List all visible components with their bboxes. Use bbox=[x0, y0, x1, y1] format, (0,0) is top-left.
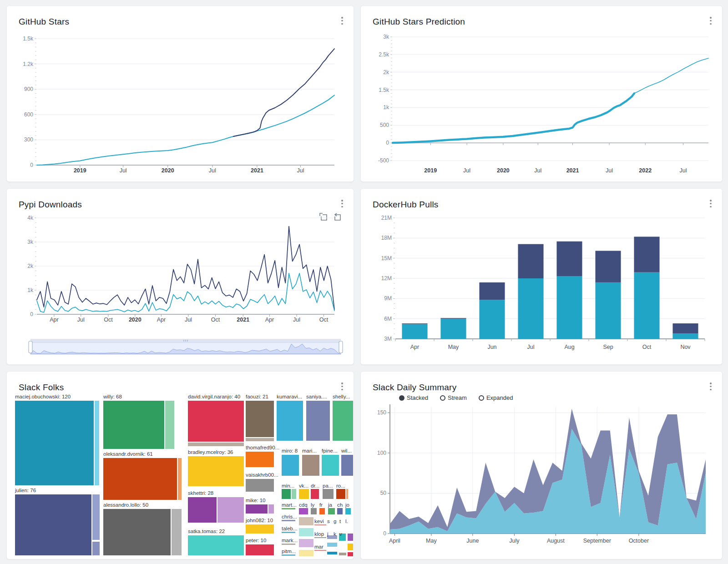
treemap-block[interactable] bbox=[246, 524, 274, 534]
treemap-block[interactable] bbox=[323, 489, 334, 499]
kebab-menu-icon[interactable] bbox=[339, 17, 345, 25]
bar-segment-top-Jun[interactable] bbox=[479, 282, 505, 300]
treemap-block[interactable] bbox=[319, 508, 325, 514]
slack-daily-summary-chart[interactable]: 050100150AprilMayJuneJulyAugustSeptember… bbox=[364, 402, 719, 552]
treemap-block[interactable] bbox=[322, 455, 339, 476]
treemap-block[interactable] bbox=[282, 520, 295, 521]
treemap-block[interactable] bbox=[302, 455, 319, 476]
treemap-block[interactable] bbox=[327, 552, 337, 554]
kebab-menu-icon[interactable] bbox=[339, 200, 345, 207]
treemap-block[interactable] bbox=[165, 401, 174, 449]
treemap-block[interactable] bbox=[311, 508, 317, 514]
github-stars-chart[interactable]: 03006009001.2k1.5k2019Jul2020Jul2021Jul bbox=[10, 30, 349, 181]
treemap-block[interactable] bbox=[341, 455, 353, 476]
dockerhub-pulls-chart[interactable]: 3M6M9M12M15M18M21MAprMayJunJulAugSepOctN… bbox=[364, 213, 719, 363]
treemap-block[interactable] bbox=[299, 528, 313, 536]
treemap-block[interactable] bbox=[311, 489, 319, 499]
treemap-block[interactable] bbox=[299, 489, 309, 499]
treemap-block[interactable] bbox=[92, 542, 100, 555]
treemap-block[interactable] bbox=[282, 455, 299, 476]
bar-segment-top-Sep[interactable] bbox=[595, 251, 621, 282]
treemap-block[interactable] bbox=[292, 489, 296, 499]
treemap-block[interactable] bbox=[339, 553, 346, 555]
treemap-block[interactable] bbox=[306, 401, 330, 441]
treemap-block[interactable] bbox=[103, 509, 171, 555]
kebab-menu-icon[interactable] bbox=[708, 383, 714, 390]
bar-segment-Aug[interactable] bbox=[556, 277, 582, 339]
treemap-block[interactable] bbox=[348, 534, 353, 541]
treemap-block[interactable] bbox=[188, 443, 244, 446]
bar-segment-top-Oct[interactable] bbox=[634, 237, 659, 272]
legend-item-stream[interactable]: Stream bbox=[440, 394, 467, 401]
bar-segment-May[interactable] bbox=[440, 319, 466, 339]
treemap-block[interactable] bbox=[246, 401, 274, 437]
treemap-block[interactable] bbox=[282, 544, 295, 545]
treemap-block[interactable] bbox=[246, 438, 274, 441]
bar-segment-top-Apr[interactable] bbox=[402, 323, 427, 324]
treemap-block[interactable] bbox=[327, 543, 337, 547]
bar-segment-Nov[interactable] bbox=[672, 333, 698, 339]
range-slider-left-handle[interactable] bbox=[29, 341, 32, 353]
treemap-block[interactable] bbox=[299, 550, 313, 556]
treemap-block[interactable] bbox=[346, 489, 348, 499]
treemap-block[interactable] bbox=[282, 532, 295, 533]
treemap-block[interactable] bbox=[246, 504, 268, 514]
github-stars-prediction-chart[interactable]: -50005001k1.5k2k2.5k3k2019Jul2020Jul2021… bbox=[364, 30, 719, 181]
treemap-block[interactable] bbox=[282, 489, 291, 499]
treemap-block[interactable] bbox=[333, 401, 353, 441]
bar-segment-Sep[interactable] bbox=[595, 282, 621, 339]
treemap-block[interactable] bbox=[172, 509, 182, 555]
treemap-block[interactable] bbox=[15, 494, 91, 555]
treemap-block[interactable] bbox=[188, 456, 244, 486]
treemap-block[interactable] bbox=[246, 479, 274, 492]
bar-segment-top-Nov[interactable] bbox=[672, 323, 698, 333]
treemap-block[interactable] bbox=[103, 401, 164, 449]
treemap-block[interactable] bbox=[314, 537, 326, 538]
treemap-block[interactable] bbox=[299, 539, 313, 547]
bar-segment-Jul[interactable] bbox=[518, 278, 543, 339]
bar-segment-Oct[interactable] bbox=[634, 272, 659, 339]
treemap-block[interactable] bbox=[348, 544, 353, 550]
treemap-block[interactable] bbox=[314, 550, 326, 551]
treemap-block[interactable] bbox=[15, 401, 94, 485]
bar-segment-top-Jul[interactable] bbox=[518, 244, 543, 278]
treemap-block[interactable] bbox=[282, 554, 295, 556]
bar-segment-top-Aug[interactable] bbox=[556, 242, 582, 277]
bar-segment-Apr[interactable] bbox=[402, 324, 427, 339]
treemap-block[interactable] bbox=[328, 508, 335, 514]
treemap-block[interactable] bbox=[246, 544, 274, 555]
treemap-block[interactable] bbox=[337, 508, 343, 514]
treemap-block[interactable] bbox=[188, 535, 244, 555]
treemap-block[interactable] bbox=[277, 401, 303, 441]
treemap-block[interactable] bbox=[103, 458, 177, 500]
legend-item-stacked[interactable]: Stacked bbox=[399, 394, 428, 401]
legend-item-expanded[interactable]: Expanded bbox=[479, 394, 513, 401]
treemap-block[interactable] bbox=[336, 489, 345, 499]
treemap-block[interactable] bbox=[217, 497, 244, 523]
treemap-block[interactable] bbox=[246, 452, 274, 467]
treemap-label: k bbox=[334, 531, 336, 537]
treemap-block[interactable] bbox=[348, 552, 353, 556]
treemap-block[interactable] bbox=[299, 508, 308, 514]
range-slider-right-handle[interactable] bbox=[339, 341, 343, 353]
treemap-block[interactable] bbox=[92, 494, 100, 540]
treemap-block[interactable] bbox=[299, 517, 313, 525]
kebab-menu-icon[interactable] bbox=[339, 383, 345, 390]
bar-segment-top-May[interactable] bbox=[440, 318, 466, 318]
treemap-block[interactable] bbox=[314, 524, 326, 525]
slack-folks-treemap[interactable]: maciej.obuchowski: 120julien: 76willy: 6… bbox=[14, 393, 353, 557]
treemap-block[interactable] bbox=[268, 504, 274, 514]
kebab-menu-icon[interactable] bbox=[708, 17, 714, 25]
treemap-block[interactable] bbox=[178, 458, 182, 500]
kebab-menu-icon[interactable] bbox=[708, 200, 714, 207]
pypi-downloads-chart[interactable]: 01k2k3k4kAprJulOct2020AprJulOct2021AprJu… bbox=[10, 213, 349, 363]
treemap-block[interactable] bbox=[282, 508, 295, 509]
treemap-label: skhettri: 28 bbox=[188, 490, 213, 496]
treemap-block[interactable] bbox=[95, 401, 99, 485]
treemap-block[interactable] bbox=[188, 401, 244, 442]
y-axis-label: 2k bbox=[27, 263, 34, 269]
bar-segment-Jun[interactable] bbox=[479, 300, 505, 339]
treemap-label: bradley.mcelroy: 36 bbox=[188, 449, 233, 455]
treemap-block[interactable] bbox=[188, 497, 217, 523]
treemap-block[interactable] bbox=[345, 508, 351, 514]
